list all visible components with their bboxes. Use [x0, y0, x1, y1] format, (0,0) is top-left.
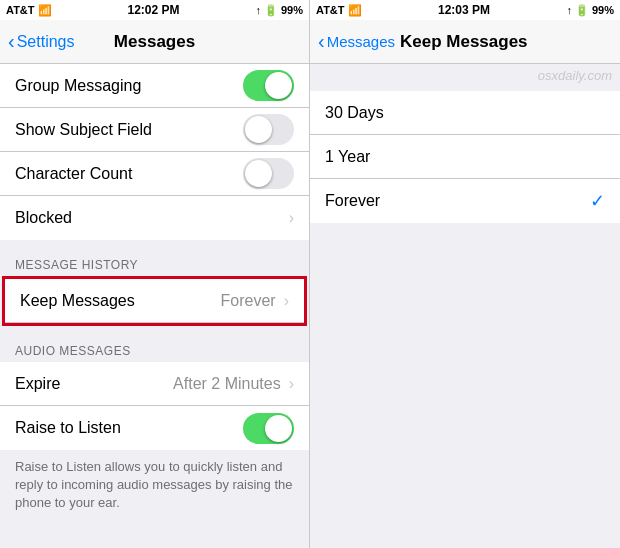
- show-subject-label: Show Subject Field: [15, 121, 152, 139]
- group-messaging-toggle[interactable]: [243, 70, 294, 101]
- main-settings-section: Group Messaging Show Subject Field Chara…: [0, 64, 309, 240]
- right-panel: AT&T 📶 12:03 PM ↑ 🔋 99% ‹ Messages Keep …: [310, 0, 620, 548]
- option-30-days[interactable]: 30 Days: [310, 91, 620, 135]
- show-subject-toggle[interactable]: [243, 114, 294, 145]
- left-time: 12:02 PM: [127, 3, 179, 17]
- character-count-knob: [245, 160, 272, 187]
- carrier-left: AT&T: [6, 4, 35, 16]
- right-nav-bar: ‹ Messages Keep Messages: [310, 20, 620, 64]
- left-nav-bar: ‹ Settings Messages: [0, 20, 309, 64]
- keep-messages-chevron: ›: [284, 292, 289, 310]
- left-settings-list: Group Messaging Show Subject Field Chara…: [0, 64, 309, 548]
- expire-detail: After 2 Minutes: [173, 375, 281, 393]
- watermark: osxdaily.com: [310, 64, 620, 87]
- raise-to-listen-description: Raise to Listen allows you to quickly li…: [0, 450, 309, 521]
- group-messaging-knob: [265, 72, 292, 99]
- blocked-row[interactable]: Blocked ›: [0, 196, 309, 240]
- left-back-label: Settings: [17, 33, 75, 51]
- left-status-bar: AT&T 📶 12:02 PM ↑ 🔋 99%: [0, 0, 309, 20]
- right-status-left: AT&T 📶: [316, 4, 362, 17]
- option-30-days-label: 30 Days: [325, 104, 384, 122]
- right-back-button[interactable]: ‹ Messages: [318, 30, 395, 53]
- battery-icon-right: 🔋: [575, 4, 589, 17]
- right-status-right: ↑ 🔋 99%: [566, 4, 614, 17]
- audio-messages-separator: AUDIO MESSAGES: [0, 326, 309, 362]
- carrier-right: AT&T: [316, 4, 345, 16]
- arrow-left: ↑: [255, 4, 261, 16]
- left-back-chevron: ‹: [8, 31, 15, 51]
- show-subject-row[interactable]: Show Subject Field: [0, 108, 309, 152]
- character-count-row[interactable]: Character Count: [0, 152, 309, 196]
- battery-pct-right: 99%: [592, 4, 614, 16]
- right-status-bar: AT&T 📶 12:03 PM ↑ 🔋 99%: [310, 0, 620, 20]
- left-nav-title: Messages: [114, 32, 195, 52]
- expire-right: After 2 Minutes ›: [173, 375, 294, 393]
- show-subject-knob: [245, 116, 272, 143]
- expire-label: Expire: [15, 375, 60, 393]
- wifi-icon-right: 📶: [348, 4, 362, 17]
- keep-messages-detail: Forever: [221, 292, 276, 310]
- arrow-right: ↑: [566, 4, 572, 16]
- battery-left: 🔋: [264, 4, 278, 17]
- wifi-icon-left: 📶: [38, 4, 52, 17]
- right-nav-title: Keep Messages: [400, 32, 528, 52]
- option-forever[interactable]: Forever ✓: [310, 179, 620, 223]
- keep-messages-row[interactable]: Keep Messages Forever ›: [5, 279, 304, 323]
- left-status-right: ↑ 🔋 99%: [255, 4, 303, 17]
- raise-to-listen-row[interactable]: Raise to Listen: [0, 406, 309, 450]
- right-back-chevron: ‹: [318, 30, 325, 53]
- keep-messages-list: 30 Days 1 Year Forever ✓: [310, 91, 620, 223]
- left-panel: AT&T 📶 12:02 PM ↑ 🔋 99% ‹ Settings Messa…: [0, 0, 310, 548]
- option-1-year[interactable]: 1 Year: [310, 135, 620, 179]
- left-back-button[interactable]: ‹ Settings: [8, 32, 74, 51]
- group-messaging-row[interactable]: Group Messaging: [0, 64, 309, 108]
- option-forever-label: Forever: [325, 192, 380, 210]
- left-status-left: AT&T 📶: [6, 4, 52, 17]
- expire-chevron: ›: [289, 375, 294, 393]
- battery-pct-left: 99%: [281, 4, 303, 16]
- blocked-chevron: ›: [289, 209, 294, 227]
- character-count-toggle[interactable]: [243, 158, 294, 189]
- group-messaging-label: Group Messaging: [15, 77, 141, 95]
- right-time: 12:03 PM: [438, 3, 490, 17]
- option-1-year-label: 1 Year: [325, 148, 370, 166]
- message-history-section-label: MESSAGE HISTORY: [15, 258, 138, 272]
- blocked-label: Blocked: [15, 209, 72, 227]
- raise-to-listen-knob: [265, 415, 292, 442]
- message-history-section: Keep Messages Forever ›: [2, 276, 307, 326]
- character-count-label: Character Count: [15, 165, 132, 183]
- message-history-separator: MESSAGE HISTORY: [0, 240, 309, 276]
- forever-checkmark: ✓: [590, 190, 605, 212]
- right-back-label: Messages: [327, 33, 395, 50]
- keep-messages-right: Forever ›: [221, 292, 289, 310]
- raise-to-listen-toggle[interactable]: [243, 413, 294, 444]
- audio-messages-section: Expire After 2 Minutes › Raise to Listen: [0, 362, 309, 450]
- keep-messages-label: Keep Messages: [20, 292, 135, 310]
- expire-row[interactable]: Expire After 2 Minutes ›: [0, 362, 309, 406]
- raise-to-listen-label: Raise to Listen: [15, 419, 121, 437]
- audio-messages-section-label: AUDIO MESSAGES: [15, 344, 131, 358]
